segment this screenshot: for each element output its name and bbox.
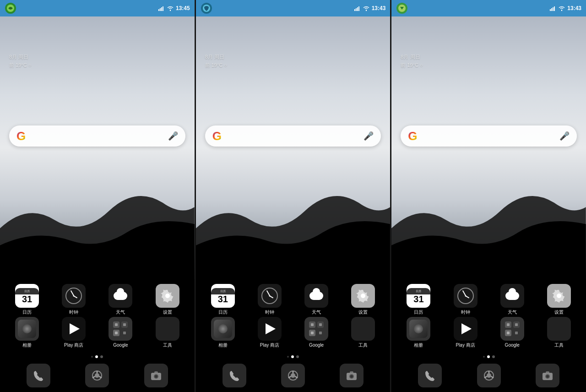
- app-label-weather: 天气: [508, 310, 517, 315]
- google-logo: G: [212, 129, 222, 143]
- svg-rect-38: [319, 332, 322, 334]
- app-item-sketch[interactable]: 相册: [207, 317, 239, 348]
- wallpaper: 8月 周日 前 19°C ○ G 🎤: [0, 16, 195, 279]
- app-item-google[interactable]: Google: [104, 317, 136, 348]
- status-right: 13:43: [550, 5, 581, 11]
- app-item-play[interactable]: Play 商店: [58, 317, 90, 348]
- app-label-google: Google: [113, 343, 128, 348]
- app-label-play: Play 商店: [456, 343, 475, 348]
- svg-point-22: [155, 375, 157, 378]
- date-widget: 8月 周日 前 19°C ○: [205, 53, 227, 69]
- google-search-bar[interactable]: G 🎤: [205, 125, 381, 147]
- app-item-weather[interactable]: 天气: [300, 284, 332, 315]
- bottom-camera-icon[interactable]: [144, 364, 168, 387]
- app-item-clock[interactable]: 时钟: [254, 284, 286, 315]
- svg-rect-14: [123, 332, 126, 334]
- svg-rect-2: [158, 9, 159, 11]
- google-search-bar[interactable]: G 🎤: [401, 125, 577, 147]
- dock-area: 日历 31 日历 时钟 天气: [391, 279, 586, 353]
- svg-point-46: [350, 375, 353, 378]
- app-item-settings[interactable]: 设置: [347, 284, 379, 315]
- bottom-phone-icon[interactable]: [418, 364, 442, 387]
- svg-rect-60: [515, 323, 518, 326]
- indicator-1[interactable]: [291, 355, 294, 358]
- bottom-dock: [391, 360, 586, 392]
- page-indicators: [0, 353, 195, 360]
- google-search-bar[interactable]: G 🎤: [9, 125, 185, 147]
- app-item-google[interactable]: Google: [496, 317, 528, 348]
- app-item-settings[interactable]: 设置: [152, 284, 184, 315]
- app-item-google[interactable]: Google: [300, 317, 332, 348]
- svg-point-40: [291, 373, 295, 378]
- svg-rect-52: [553, 7, 553, 11]
- app-item-weather[interactable]: 天气: [104, 284, 136, 315]
- app-item-calendar[interactable]: 日历 31 日历: [11, 284, 43, 315]
- indicator-1[interactable]: [95, 355, 98, 358]
- app-label-tools: 工具: [554, 343, 564, 348]
- app-item-sketch[interactable]: 相册: [402, 317, 434, 348]
- svg-rect-12: [123, 323, 126, 326]
- mic-icon[interactable]: 🎤: [168, 131, 178, 141]
- status-time: 13:45: [176, 5, 190, 11]
- bottom-phone-icon[interactable]: [222, 364, 246, 387]
- wifi-icon: [167, 5, 174, 11]
- indicator-0[interactable]: [287, 356, 289, 358]
- bottom-chrome-icon[interactable]: [281, 364, 305, 387]
- svg-rect-28: [357, 7, 358, 11]
- date-line2: 前 19°C ○: [9, 61, 31, 70]
- app-label-calendar: 日历: [414, 310, 423, 315]
- app-label-clock: 时钟: [265, 310, 274, 315]
- indicator-2[interactable]: [492, 355, 495, 358]
- bottom-camera-icon[interactable]: [340, 364, 364, 387]
- app-item-clock[interactable]: 时钟: [58, 284, 90, 315]
- app-label-sketch: 相册: [218, 343, 228, 348]
- date-widget: 8月 周日 前 19°C ○: [9, 53, 31, 69]
- app-label-settings: 设置: [358, 310, 368, 315]
- app-item-tools[interactable]: 工具: [152, 317, 184, 348]
- app-item-settings[interactable]: 设置: [543, 284, 575, 315]
- app-item-tools[interactable]: 工具: [347, 317, 379, 348]
- app-item-calendar[interactable]: 日历 31 日历: [402, 284, 434, 315]
- app-label-clock: 时钟: [69, 310, 78, 315]
- indicator-0[interactable]: [91, 356, 93, 358]
- svg-rect-23: [154, 371, 158, 373]
- svg-point-16: [95, 373, 99, 378]
- app-label-google: Google: [505, 343, 520, 348]
- app-item-sketch[interactable]: 相册: [11, 317, 43, 348]
- indicator-0[interactable]: [483, 356, 485, 358]
- phone-screen-2: 13:43 8月 周日 前 19°C ○ G 🎤 日历 31 日历: [196, 0, 391, 392]
- app-label-sketch: 相册: [22, 343, 32, 348]
- app-item-tools[interactable]: 工具: [543, 317, 575, 348]
- indicator-2[interactable]: [100, 355, 103, 358]
- bottom-chrome-icon[interactable]: [85, 364, 109, 387]
- app-status-icon: [396, 2, 408, 14]
- bottom-dock: [0, 360, 195, 392]
- wifi-icon: [363, 5, 370, 11]
- app-label-weather: 天气: [116, 310, 125, 315]
- app-label-play: Play 商店: [64, 343, 83, 348]
- app-label-tools: 工具: [163, 343, 172, 348]
- app-item-play[interactable]: Play 商店: [450, 317, 482, 348]
- bottom-camera-icon[interactable]: [536, 364, 559, 387]
- google-logo: G: [408, 129, 417, 143]
- indicator-2[interactable]: [296, 355, 299, 358]
- svg-rect-5: [163, 6, 163, 11]
- bottom-phone-icon[interactable]: [27, 364, 50, 387]
- google-logo: G: [16, 129, 26, 143]
- app-item-weather[interactable]: 天气: [496, 284, 528, 315]
- svg-rect-59: [507, 323, 510, 326]
- signal-icon: [550, 5, 556, 11]
- app-item-calendar[interactable]: 日历 31 日历: [207, 284, 239, 315]
- status-time: 13:43: [567, 5, 581, 11]
- mic-icon[interactable]: 🎤: [559, 131, 570, 141]
- app-item-clock[interactable]: 时钟: [450, 284, 482, 315]
- svg-rect-3: [160, 8, 161, 11]
- bottom-dock: [196, 360, 391, 392]
- mic-icon[interactable]: 🎤: [364, 131, 374, 141]
- app-item-play[interactable]: Play 商店: [254, 317, 286, 348]
- indicator-1[interactable]: [487, 355, 490, 358]
- svg-rect-4: [161, 7, 162, 11]
- bottom-chrome-icon[interactable]: [477, 364, 501, 387]
- status-bar: 13:43: [391, 0, 586, 16]
- wave-decoration: [391, 160, 586, 279]
